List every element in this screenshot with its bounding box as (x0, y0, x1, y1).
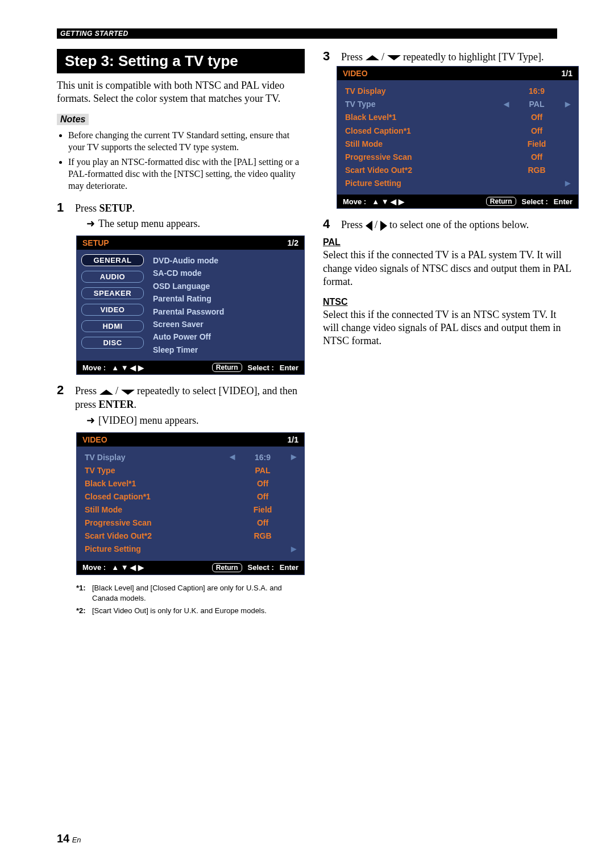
osd-tab-general[interactable]: GENERAL (81, 254, 144, 266)
step-1-text: Press SETUP. (75, 201, 135, 215)
osd-video-row[interactable]: Progressive ScanOff (85, 516, 298, 530)
osd-tab-video[interactable]: VIDEO (81, 304, 144, 316)
down-icon (387, 55, 401, 60)
osd-video-row[interactable]: Closed Caption*1Off (345, 125, 572, 138)
osd-video-row[interactable]: Black Level*1Off (345, 111, 572, 124)
osd-tab-disc[interactable]: DISC (81, 337, 144, 349)
left-icon (366, 221, 372, 231)
return-button[interactable]: Return (212, 363, 242, 372)
right-icon (380, 221, 387, 231)
step-number-3: 3 (323, 49, 333, 64)
pal-heading: PAL (323, 237, 573, 247)
note-item: Before changing the current TV Standard … (68, 130, 305, 154)
osd-item[interactable]: Parental Rating (153, 292, 298, 305)
osd-sidebar: GENERAL AUDIO SPEAKER VIDEO HDMI DISC (77, 250, 147, 361)
osd-video-row[interactable]: Still ModeField (345, 138, 572, 151)
step-number-1: 1 (57, 200, 67, 215)
return-button[interactable]: Return (486, 197, 516, 206)
osd-setup-menu: SETUP 1/2 GENERAL AUDIO SPEAKER VIDEO HD… (76, 235, 305, 375)
osd-footer: Move :▲ ▼ ◀ ▶ Return Select :Enter (337, 195, 578, 208)
ntsc-text: Select this if the connected TV is an NT… (323, 308, 573, 348)
osd-item[interactable]: Auto Power Off (153, 330, 298, 343)
ntsc-heading: NTSC (323, 297, 573, 307)
osd-tab-hdmi[interactable]: HDMI (81, 320, 144, 332)
osd-footer: Move :▲ ▼ ◀ ▶ Return Select :Enter (77, 361, 304, 374)
step-3-text: Press / repeatedly to highlight [TV Type… (341, 50, 544, 64)
osd-video-row[interactable]: Picture Setting▶ (85, 543, 298, 556)
osd-title: VIDEO (343, 69, 368, 78)
osd-item[interactable]: Sleep Timer (153, 344, 298, 356)
up-icon (99, 390, 113, 395)
notes-heading: Notes (57, 114, 89, 125)
osd-pager: 1/1 (288, 435, 298, 444)
osd-video-row[interactable]: Black Level*1Off (85, 477, 298, 490)
osd-video-row[interactable]: Closed Caption*1Off (85, 490, 298, 503)
osd-footer: Move :▲ ▼ ◀ ▶ Return Select :Enter (77, 561, 304, 574)
osd-pager: 1/1 (562, 69, 572, 78)
osd-video-row[interactable]: TV Display◀16:9▶ (85, 451, 298, 464)
osd-item[interactable]: OSD Language (153, 280, 298, 292)
osd-item[interactable]: DVD-Audio mode (153, 254, 298, 267)
osd-video-menu-b: VIDEO 1/1 TV Display16:9TV Type◀PAL▶Blac… (337, 66, 579, 209)
step-2-sub: [VIDEO] menu appears. (86, 414, 305, 427)
left-column: Step 3: Setting a TV type This unit is c… (57, 49, 305, 618)
osd-video-row[interactable]: TV Display16:9 (345, 85, 572, 98)
note-item: If you play an NTSC-formatted disc with … (68, 156, 305, 192)
osd-tab-speaker[interactable]: SPEAKER (81, 287, 144, 299)
section-label: GETTING STARTED (57, 29, 132, 38)
page-number: 14 En (57, 832, 81, 845)
step-number-2: 2 (57, 383, 67, 398)
up-icon (366, 55, 379, 60)
step-4-text: Press / to select one of the options bel… (341, 218, 529, 232)
osd-video-row[interactable]: Still ModeField (85, 503, 298, 516)
osd-video-row[interactable]: TV TypePAL (85, 464, 298, 477)
step-2-text: Press / repeatedly to select [VIDEO], an… (75, 384, 305, 412)
osd-item[interactable]: SA-CD mode (153, 267, 298, 279)
osd-video-row[interactable]: TV Type◀PAL▶ (345, 98, 572, 111)
osd-item[interactable]: Parental Password (153, 305, 298, 318)
osd-item-list: DVD-Audio mode SA-CD mode OSD Language P… (147, 250, 304, 361)
osd-video-menu-a: VIDEO 1/1 TV Display◀16:9▶TV TypePALBlac… (76, 432, 305, 575)
osd-video-row[interactable]: Scart Video Out*2RGB (85, 530, 298, 543)
header-bar: GETTING STARTED (57, 28, 557, 39)
osd-item[interactable]: Screen Saver (153, 318, 298, 330)
return-button[interactable]: Return (212, 563, 242, 572)
osd-video-row[interactable]: Progressive ScanOff (345, 151, 572, 164)
osd-video-row[interactable]: Picture Setting▶ (345, 177, 572, 190)
step-title: Step 3: Setting a TV type (57, 49, 305, 73)
right-column: 3 Press / repeatedly to highlight [TV Ty… (323, 49, 573, 618)
down-icon (121, 390, 135, 395)
osd-pager: 1/2 (288, 238, 298, 247)
intro-text: This unit is compatible with both NTSC a… (57, 79, 305, 106)
footnotes: *1:[Black Level] and [Closed Caption] ar… (76, 583, 305, 617)
notes-list: Before changing the current TV Standard … (57, 130, 305, 192)
osd-title: VIDEO (82, 435, 107, 444)
step-number-4: 4 (323, 217, 333, 232)
osd-video-row[interactable]: Scart Video Out*2RGB (345, 164, 572, 177)
step-1-sub: The setup menu appears. (86, 217, 305, 230)
pal-text: Select this if the connected TV is a PAL… (323, 249, 573, 288)
osd-title: SETUP (82, 238, 109, 247)
osd-tab-audio[interactable]: AUDIO (81, 271, 144, 283)
